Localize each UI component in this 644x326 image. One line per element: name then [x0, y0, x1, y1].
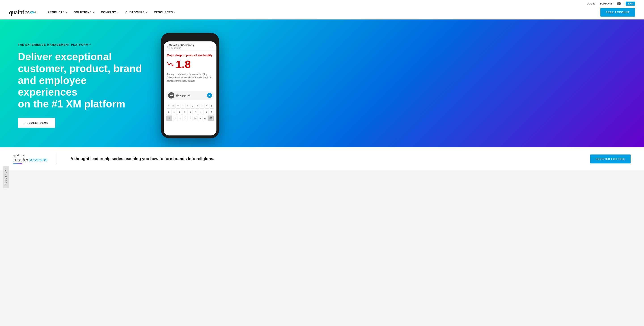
score-value: 1.8: [176, 59, 191, 70]
nav-item-customers[interactable]: CUSTOMERS ▼: [123, 9, 150, 16]
key-n[interactable]: n: [198, 115, 202, 121]
logo-registered: ®: [34, 11, 36, 14]
hero-content: THE EXPERIENCE MANAGEMENT PLATFORM™ Deli…: [18, 43, 148, 128]
chat-avatar: KG: [168, 92, 174, 98]
nav-item-solutions[interactable]: SOLUTIONS ▼: [71, 9, 98, 16]
hero-section: THE EXPERIENCE MANAGEMENT PLATFORM™ Deli…: [0, 20, 644, 147]
site-header: LOGIN SUPPORT SAP qualtricsXM® PRODUCTS …: [0, 0, 644, 20]
logo-qualtrics: qualtrics: [9, 9, 30, 16]
ms-master-text: master: [14, 157, 28, 162]
ms-description: A thought leadership series teaching you…: [70, 156, 582, 162]
ms-sessions-text: sessions: [28, 157, 48, 162]
notification-content: Major drop in product availability 1.8 A…: [164, 51, 216, 89]
keyboard-row-1: q w e r t y u i o p: [166, 103, 214, 108]
key-h[interactable]: h: [193, 109, 198, 115]
trend-down-icon: [167, 61, 174, 68]
key-o[interactable]: o: [205, 103, 209, 108]
chevron-down-icon: ▼: [174, 11, 176, 14]
key-r[interactable]: r: [181, 103, 185, 108]
keyboard-row-2: a s d f g h j k l: [166, 109, 214, 115]
phone-mockup: ‹ Smart Notifications 1 hours ago ··· Ma…: [161, 33, 219, 138]
send-button[interactable]: ▶: [207, 93, 212, 98]
ms-underline-decoration: [14, 164, 22, 164]
key-e[interactable]: e: [176, 103, 180, 108]
key-y[interactable]: y: [190, 103, 195, 108]
key-t[interactable]: t: [186, 103, 190, 108]
master-sessions-bar: qualtrics. mastersessions A thought lead…: [0, 147, 644, 171]
chat-area: KG @supplychain ▶ q w e r t y u: [164, 89, 216, 124]
chevron-down-icon: ▼: [145, 11, 148, 14]
request-demo-button[interactable]: REQUEST DEMO: [18, 118, 55, 128]
phone-screen: ‹ Smart Notifications 1 hours ago ··· Ma…: [164, 41, 216, 135]
key-i[interactable]: i: [200, 103, 204, 108]
chat-input[interactable]: @supplychain: [176, 94, 206, 97]
notification-header: ‹ Smart Notifications 1 hours ago ···: [164, 41, 216, 51]
nav-item-products[interactable]: PRODUCTS ▼: [45, 9, 70, 16]
key-q[interactable]: q: [166, 103, 170, 108]
alert-text: Major drop in product availability: [167, 54, 213, 57]
hero-title: Deliver exceptional customer, product, b…: [18, 51, 148, 110]
notification-title: Smart Notifications: [169, 44, 210, 47]
feedback-tab[interactable]: FEEDBACK: [3, 166, 9, 171]
chevron-down-icon: ▼: [66, 11, 68, 14]
chat-input-row: KG @supplychain ▶: [166, 91, 214, 100]
key-c[interactable]: c: [183, 115, 187, 121]
logo-area[interactable]: qualtricsXM®: [9, 9, 36, 16]
key-v[interactable]: v: [188, 115, 192, 121]
keyboard: q w e r t y u i o p a: [166, 102, 214, 123]
score-area: 1.8: [167, 59, 213, 70]
hero-phone-area: ‹ Smart Notifications 1 hours ago ··· Ma…: [161, 33, 219, 138]
nav-item-company[interactable]: COMPANY ▼: [98, 9, 122, 16]
key-j[interactable]: j: [198, 109, 203, 115]
key-b[interactable]: b: [193, 115, 197, 121]
key-a[interactable]: a: [166, 109, 171, 115]
login-link[interactable]: LOGIN: [587, 2, 595, 5]
hero-eyebrow: THE EXPERIENCE MANAGEMENT PLATFORM™: [18, 43, 148, 46]
support-link[interactable]: SUPPORT: [600, 2, 612, 5]
header-main-bar: qualtricsXM® PRODUCTS ▼ SOLUTIONS ▼ COMP…: [0, 6, 644, 19]
key-d[interactable]: d: [177, 109, 182, 115]
ms-qualtrics-text: qualtrics.: [14, 153, 25, 157]
more-options-icon[interactable]: ···: [209, 45, 213, 48]
free-account-button[interactable]: FREE ACCOUNT: [600, 8, 635, 17]
key-shift[interactable]: ⇧: [166, 115, 172, 121]
logo-xm: XM: [30, 11, 34, 14]
header-top-bar: LOGIN SUPPORT SAP: [0, 0, 644, 6]
key-k[interactable]: k: [204, 109, 208, 115]
ms-brand-text: mastersessions: [14, 157, 48, 162]
key-x[interactable]: x: [178, 115, 182, 121]
globe-icon[interactable]: [617, 1, 621, 6]
main-nav: PRODUCTS ▼ SOLUTIONS ▼ COMPANY ▼ CUSTOME…: [45, 9, 600, 16]
key-s[interactable]: s: [172, 109, 176, 115]
key-f[interactable]: f: [182, 109, 187, 115]
key-z[interactable]: z: [173, 115, 177, 121]
sap-logo[interactable]: SAP: [626, 2, 635, 6]
notification-time: 1 hours ago: [169, 47, 210, 49]
key-g[interactable]: g: [188, 109, 192, 115]
key-m[interactable]: m: [203, 115, 207, 121]
chevron-down-icon: ▼: [117, 11, 119, 14]
key-w[interactable]: w: [171, 103, 176, 108]
key-p[interactable]: p: [210, 103, 214, 108]
notification-description: Average performance for one of the "Key …: [167, 73, 213, 83]
nav-item-resources[interactable]: RESOURCES ▼: [151, 9, 179, 16]
key-delete[interactable]: ⌫: [208, 115, 214, 121]
key-u[interactable]: u: [195, 103, 200, 108]
ms-logo-area: qualtrics. mastersessions: [14, 153, 57, 164]
phone-notch: [181, 36, 199, 40]
keyboard-row-3: ⇧ z x c v b n m ⌫: [166, 115, 214, 121]
chevron-down-icon: ▼: [92, 11, 95, 14]
key-l[interactable]: l: [209, 109, 214, 115]
register-button[interactable]: REGISTER FOR FREE: [590, 154, 630, 164]
